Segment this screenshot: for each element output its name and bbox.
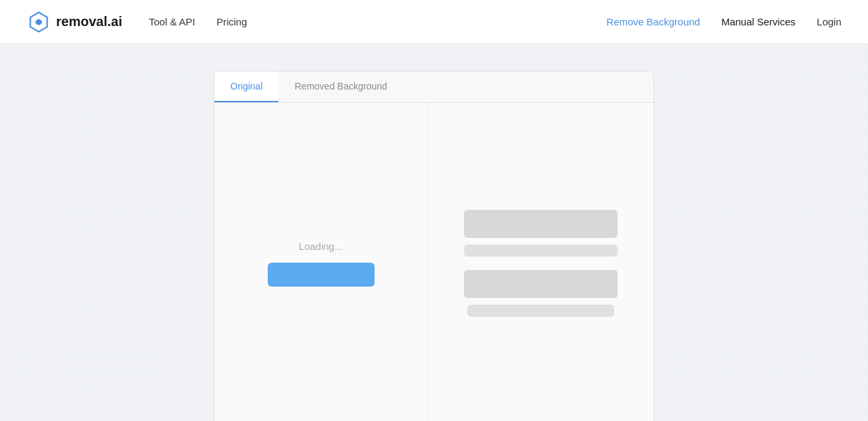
left-panel: Loading... — [214, 103, 428, 421]
skeleton-block-1 — [464, 210, 618, 238]
skeleton-group-1 — [448, 210, 634, 257]
loading-bar — [268, 263, 375, 287]
tabs-bar: Original Removed Background — [214, 72, 654, 103]
navbar-right: Remove Background Manual Services Login — [606, 16, 841, 27]
nav-links: Tool & API Pricing — [149, 16, 247, 27]
tab-original[interactable]: Original — [214, 72, 278, 102]
skeleton-block-2 — [464, 245, 618, 257]
navbar: removal.ai Tool & API Pricing Remove Bac… — [0, 0, 868, 44]
logo[interactable]: removal.ai — [27, 10, 122, 34]
nav-pricing[interactable]: Pricing — [216, 16, 247, 27]
skeleton-group-2 — [448, 270, 634, 317]
nav-remove-background[interactable]: Remove Background — [606, 16, 700, 27]
card: Original Removed Background Loading... — [214, 71, 654, 421]
main-content: Original Removed Background Loading... — [0, 44, 868, 421]
skeleton-block-3 — [464, 270, 618, 298]
logo-text: removal.ai — [56, 14, 122, 29]
right-panel — [428, 103, 654, 421]
nav-manual-services[interactable]: Manual Services — [721, 16, 795, 27]
tab-removed-background[interactable]: Removed Background — [278, 72, 403, 102]
skeleton-block-4 — [467, 305, 614, 317]
nav-tool-api[interactable]: Tool & API — [149, 16, 195, 27]
card-body: Loading... — [214, 103, 654, 421]
logo-icon — [27, 10, 51, 34]
navbar-left: removal.ai Tool & API Pricing — [27, 10, 247, 34]
loading-text: Loading... — [299, 241, 343, 252]
nav-login[interactable]: Login — [817, 16, 841, 27]
